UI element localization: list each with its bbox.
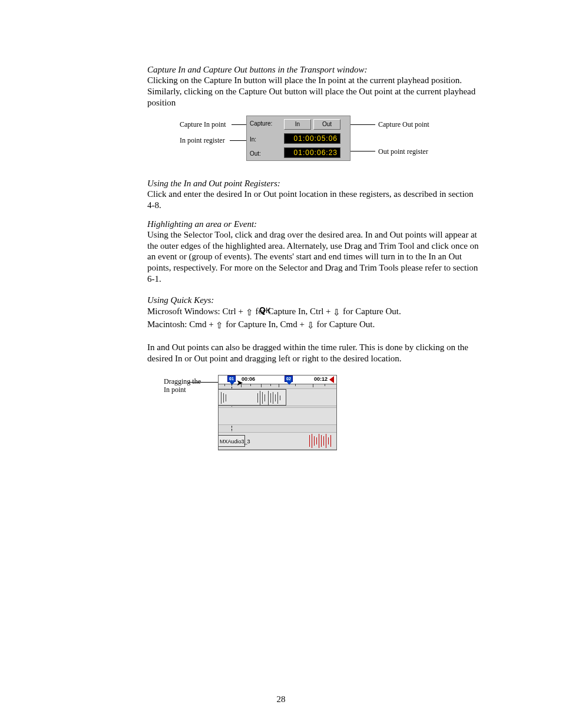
section3-body: Using the Selector Tool, click and drag … (147, 229, 480, 285)
section2-body: Click and enter the desired In or Out po… (147, 189, 480, 211)
ruler-time-2: 00:12 (314, 376, 328, 382)
playhead-icon[interactable] (329, 376, 334, 383)
clip-track1[interactable] (219, 389, 286, 406)
arrow-down-icon: ⇩ (333, 307, 340, 318)
quick-keys-mac: Macintosh: Cmd + ⇧ for Capture In, Cmd +… (147, 318, 480, 331)
label-capture-in-point: Capture In point (180, 120, 226, 129)
figure-timeline: Dragging the In point 01 00:06 02 00:12 (147, 375, 480, 457)
in-point-register[interactable]: 01:00:05:06 (284, 133, 340, 144)
out-label: Out: (250, 150, 261, 157)
section2-heading: Using the In and Out point Registers: (147, 179, 480, 189)
label-in-point-register: In point register (180, 136, 225, 145)
quick-keys-windows: Microsoft Windows: Ctrl + ⇧ for Capture … (147, 305, 480, 318)
ruler-time-1: 00:06 (242, 376, 255, 382)
capture-out-button[interactable]: Out (313, 119, 340, 130)
mouse-cursor-icon: ➤ (236, 378, 243, 388)
section4-heading: Using Quick Keys: (147, 295, 480, 305)
page-number: 28 (0, 694, 562, 704)
out-point-marker[interactable]: 02 (285, 375, 293, 382)
label-out-point-register: Out point register (378, 147, 428, 156)
arrow-up-icon: ⇧ (216, 319, 223, 331)
section3-heading: Highlighting an area or Event: (147, 219, 480, 229)
section1-heading: Capture In and Capture Out buttons in th… (147, 65, 480, 75)
track-1[interactable] (219, 388, 336, 406)
track-2[interactable] (219, 407, 336, 425)
arrow-up-icon: ⇧ (246, 307, 253, 318)
figure-transport: Capture In point In point register Captu… (147, 118, 480, 172)
out-point-register[interactable]: 01:00:06:23 (284, 147, 340, 158)
drag-points-body: In and Out points can also be dragged wi… (147, 342, 480, 364)
qk-icon: QK (259, 305, 271, 315)
capture-label: Capture: (250, 120, 272, 127)
section1-body: Clicking on the Capture In button will p… (147, 75, 480, 108)
clip-mxaudio[interactable]: MXAudio3_3 (219, 435, 245, 447)
label-capture-out-point: Capture Out point (378, 120, 429, 129)
capture-in-button[interactable]: In (284, 119, 311, 130)
quick-keys-block: QK Microsoft Windows: Ctrl + ⇧ for Captu… (147, 305, 480, 332)
track-3[interactable]: MXAudio3_3 (219, 432, 336, 450)
in-label: In: (250, 136, 256, 143)
in-point-marker[interactable]: 01 (227, 375, 236, 382)
arrow-down-icon: ⇩ (307, 319, 315, 331)
label-dragging-in-2: In point (164, 386, 186, 394)
clip-name: MXAudio3_3 (220, 439, 250, 444)
